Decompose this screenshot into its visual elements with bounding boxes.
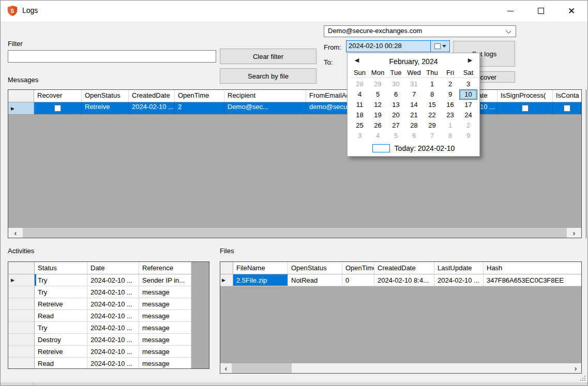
column-header-lastupdate[interactable]: LastUpdate: [434, 262, 484, 274]
calendar-day[interactable]: 4: [369, 131, 387, 141]
calendar-next-icon[interactable]: ▶: [465, 57, 475, 64]
column-header-isconta[interactable]: IsConta: [553, 90, 581, 102]
close-button[interactable]: ✕: [560, 4, 583, 18]
status-cell[interactable]: Read: [35, 358, 87, 369]
date-cell[interactable]: 2024-02-10 ...: [87, 286, 139, 298]
recipient-cell[interactable]: Demo@sec...: [224, 102, 306, 114]
calendar-day[interactable]: 12: [369, 100, 387, 110]
table-row[interactable]: ▶Try2024-02-10 ...Sender IP in...: [8, 274, 209, 286]
scroll-right-icon[interactable]: ›: [570, 363, 581, 373]
calendar-day[interactable]: 17: [459, 100, 477, 110]
account-dropdown[interactable]: Demo@secure-exchanges.com: [324, 25, 516, 37]
reference-cell[interactable]: message: [139, 286, 191, 298]
table-row[interactable]: Read2024-02-10 ...message: [8, 358, 209, 369]
opentime-cell[interactable]: 2: [175, 102, 224, 114]
reference-cell[interactable]: message: [139, 334, 191, 346]
date-cell[interactable]: 2024-02-10 ...: [87, 298, 139, 310]
date-cell[interactable]: 2024-02-10 ...: [87, 310, 139, 322]
calendar-day[interactable]: 2: [441, 79, 459, 89]
scrollbar-thumb[interactable]: [232, 363, 292, 373]
date-cell[interactable]: 2024-02-10 ...: [87, 322, 139, 334]
calendar-day[interactable]: 16: [441, 100, 459, 110]
calendar-day[interactable]: 10: [459, 89, 477, 100]
lastupdate-cell[interactable]: 2024-02-10 ...: [434, 274, 484, 286]
row-header[interactable]: [8, 358, 35, 369]
calendar-day[interactable]: 14: [405, 100, 423, 110]
status-cell[interactable]: Try: [35, 286, 87, 298]
column-header-date[interactable]: Date: [87, 262, 139, 274]
messages-selected-row[interactable]: ▶ Retreive 2024-02-10 ... 2 Demo@sec... …: [8, 102, 581, 115]
files-row[interactable]: ▶ 2.5File.zip NotRead 0 2024-02-10 8:4..…: [220, 274, 581, 286]
scrollbar-track[interactable]: [292, 363, 570, 373]
createddate-cell[interactable]: 2024-02-10 8:4...: [374, 274, 434, 286]
reference-cell[interactable]: message: [139, 322, 191, 334]
column-header-issignprocess[interactable]: IsSignProcess(: [497, 90, 553, 102]
column-header-opentime[interactable]: OpenTime: [342, 262, 374, 274]
calendar-footer[interactable]: Today: 2024-02-10: [348, 144, 479, 152]
status-cell[interactable]: Destroy: [35, 334, 87, 346]
recover-cell[interactable]: [34, 102, 82, 114]
status-cell[interactable]: Read: [35, 310, 87, 322]
recover-checkbox[interactable]: [54, 105, 61, 112]
column-header-opentime[interactable]: OpenTime: [175, 90, 224, 102]
messages-horizontal-scrollbar[interactable]: ‹ ›: [8, 228, 581, 238]
maximize-button[interactable]: [529, 4, 553, 18]
column-header-openstatus[interactable]: OpenStatus: [82, 90, 129, 102]
openstatus-cell[interactable]: NotRead: [288, 274, 342, 286]
row-header[interactable]: ▶: [8, 274, 35, 286]
column-header-hash[interactable]: Hash: [484, 262, 581, 274]
issign-checkbox[interactable]: [522, 105, 529, 112]
isconta-checkbox[interactable]: [564, 105, 570, 112]
calendar-day[interactable]: 4: [351, 89, 369, 100]
hash-cell[interactable]: 347F86A653EC0C3F8EE: [484, 274, 581, 286]
calendar-day[interactable]: 22: [423, 110, 441, 120]
row-header[interactable]: [8, 310, 35, 322]
table-row[interactable]: Try2024-02-10 ...message: [8, 322, 209, 334]
scrollbar-thumb[interactable]: [23, 228, 567, 238]
issign-cell[interactable]: [497, 102, 553, 114]
row-header[interactable]: [8, 346, 35, 358]
calendar-day[interactable]: 7: [405, 89, 423, 100]
calendar-day[interactable]: 3: [351, 131, 369, 141]
calendar-day[interactable]: 7: [423, 131, 441, 141]
row-header[interactable]: [8, 262, 35, 274]
calendar-day[interactable]: 23: [441, 110, 459, 120]
row-header[interactable]: [8, 322, 35, 334]
calendar-day[interactable]: 29: [369, 79, 387, 89]
column-header-createddate[interactable]: CreatedDate: [129, 90, 175, 102]
reference-cell[interactable]: Sender IP in...: [139, 274, 191, 286]
row-header[interactable]: [8, 286, 35, 298]
resize-grip[interactable]: [580, 375, 586, 381]
calendar-day[interactable]: 28: [405, 120, 423, 131]
calendar-day[interactable]: 25: [351, 120, 369, 131]
calendar-day[interactable]: 6: [387, 89, 405, 100]
column-header-openstatus[interactable]: OpenStatus: [288, 262, 342, 274]
opentime-cell[interactable]: 0: [342, 274, 374, 286]
status-cell[interactable]: Retreive: [35, 346, 87, 358]
calendar-day[interactable]: 28: [351, 79, 369, 89]
row-header[interactable]: [220, 262, 233, 274]
calendar-day[interactable]: 5: [369, 89, 387, 100]
reference-cell[interactable]: message: [139, 346, 191, 358]
clear-filter-button[interactable]: Clear filter: [220, 49, 316, 64]
date-cell[interactable]: 2024-02-10 ...: [87, 346, 139, 358]
minimize-button[interactable]: [499, 4, 522, 18]
column-header-createddate[interactable]: CreatedDate: [374, 262, 434, 274]
calendar-day[interactable]: 11: [351, 100, 369, 110]
status-cell[interactable]: Retreive: [35, 298, 87, 310]
table-row[interactable]: Retreive2024-02-10 ...message: [8, 298, 209, 310]
calendar-day[interactable]: 18: [351, 110, 369, 120]
status-cell[interactable]: Try: [35, 274, 87, 286]
calendar-day[interactable]: 9: [441, 89, 459, 100]
calendar-day[interactable]: 20: [387, 110, 405, 120]
row-header[interactable]: [8, 334, 35, 346]
openstatus-cell[interactable]: Retreive: [82, 102, 129, 114]
calendar-day[interactable]: 15: [423, 100, 441, 110]
scroll-left-icon[interactable]: ‹: [220, 363, 232, 373]
filename-cell[interactable]: 2.5File.zip: [233, 274, 288, 286]
calendar-today-label[interactable]: Today: 2024-02-10: [395, 144, 455, 152]
from-date-dropdown-button[interactable]: [430, 41, 449, 52]
calendar-day[interactable]: 6: [405, 131, 423, 141]
table-row[interactable]: Destroy2024-02-10 ...message: [8, 334, 209, 346]
row-header[interactable]: [8, 298, 35, 310]
